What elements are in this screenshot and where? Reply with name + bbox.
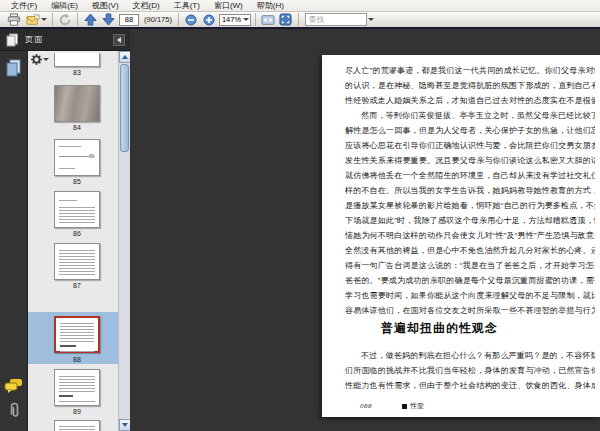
text-line: 然而，等到你们英俊挺拔、亭亭玉立之时，虽然父母亲已经比较了: [345, 108, 595, 123]
navigation-strip: [0, 51, 28, 431]
thumbnail-page-89[interactable]: [54, 369, 100, 406]
arrow-down-icon: [102, 13, 115, 26]
thumbnail-page-88-selected[interactable]: [54, 316, 100, 353]
menu-edit[interactable]: 编辑(E): [44, 0, 85, 12]
pages-tab-icon[interactable]: [5, 59, 22, 77]
text-line: 下场就是如此”时，我除了感叹这个母亲用心十足，方法却糟糕透顶，懊: [345, 213, 595, 228]
text-line: 样的不自在。所以当我的女学生告诉我，她妈妈教导她性教育的方式，就: [345, 183, 595, 198]
footer-square-icon: [402, 404, 407, 409]
text-line: 性能力也有性需求，但由于整个社会结构的变迁、饮食的西化、身体成熟的: [345, 378, 595, 393]
text-line: 爸爸的。”要成为成功的亲职的确是每个父母最沉重而甜蜜的功课，需要: [345, 273, 595, 288]
thumbnail-scrollbar[interactable]: [118, 51, 130, 431]
thumbnail-label: 89: [31, 408, 123, 415]
zoom-in-button[interactable]: [200, 12, 218, 27]
zoom-level-select[interactable]: 147%: [219, 14, 251, 26]
toolbar-separator: [178, 13, 179, 26]
document-pane[interactable]: 尽人亡”的荒谬事迹，都是我们这一代共同的成长记忆。你们父母亲对性 的认识，是在神…: [130, 29, 600, 431]
fit-width-button[interactable]: [259, 12, 277, 27]
body-paragraphs: 尽人亡”的荒谬事迹，都是我们这一代共同的成长记忆。你们父母亲对性 的认识，是在神…: [345, 63, 595, 318]
previous-view-button[interactable]: [56, 12, 74, 27]
email-icon: [26, 14, 40, 26]
content-area: 页面: [0, 29, 600, 431]
zoom-out-icon: [185, 14, 197, 26]
text-line: 得有一句广告台词是这么说的：“我是在当了爸爸之后，才开始学习怎么当: [345, 258, 595, 273]
thumbnail-label: 88: [31, 356, 123, 363]
gear-icon: [31, 54, 42, 65]
next-page-button[interactable]: [99, 12, 117, 27]
sidebar-header: 页面: [0, 29, 130, 51]
thumbnail-label: 86: [31, 230, 123, 237]
menu-bar: 文件(F) 编辑(E) 视图(V) 文档(D) 工具(T) 窗口(W) 帮助(H…: [0, 0, 600, 12]
menu-help[interactable]: 帮助(H): [250, 0, 291, 12]
toolbar-separator: [77, 13, 78, 26]
scroll-up-icon: [122, 55, 128, 59]
scroll-down-icon: [122, 423, 128, 427]
text-line: 就仿佛将他丢在一个全然陌生的环境里，自己却从来没有学过社交礼仪那: [345, 168, 595, 183]
text-line: 学习也需要时间，如果你能从这个向度来理解父母的不足与限制，就比较: [345, 288, 595, 303]
second-section-paragraph: 不过，做爸妈的到底在担心什么？有那么严重吗？是的，不容怀疑！你 们所面临的挑战并…: [345, 348, 595, 393]
thumbnail-label: 85: [31, 178, 123, 185]
fit-width-icon: [261, 14, 275, 26]
toolbar-separator: [298, 13, 299, 26]
text-line: 的认识，是在神秘、隐晦甚至是觉得肮脏的氛围下形成的，直到自己有了: [345, 78, 595, 93]
footer-section-label: 性爱: [410, 401, 424, 411]
collapse-arrow-icon: [117, 37, 121, 43]
thumbnail-page-85[interactable]: [54, 139, 100, 176]
page-footer: 088 性爱: [360, 401, 424, 411]
print-button[interactable]: [5, 12, 23, 27]
footer-page-number: 088: [360, 402, 372, 410]
email-button[interactable]: [23, 12, 49, 27]
previous-view-icon: [58, 13, 72, 26]
page-number-input[interactable]: [119, 14, 139, 26]
thumbnail-label: 84: [31, 124, 123, 131]
text-line: 性经验或走人婚姻关系之后，才知道自己过去对性的态度实在不是很健康。: [345, 93, 595, 108]
text-line: 应该将心思花在引导你们正确地认识性与爱，会比阻拦你们交男女朋友或: [345, 138, 595, 153]
panel-options-button[interactable]: [31, 54, 49, 65]
printer-icon: [7, 13, 21, 26]
section-heading: 普遍却扭曲的性观念: [381, 320, 498, 337]
full-screen-button[interactable]: [277, 12, 295, 27]
thumbnail-label: 83: [31, 69, 123, 76]
email-dropdown-caret: [41, 18, 47, 21]
attachments-tab-icon[interactable]: [8, 402, 21, 419]
find-input[interactable]: [305, 13, 367, 26]
pages-panel-icon: [6, 33, 19, 47]
panel-options-caret: [43, 58, 49, 61]
menu-window[interactable]: 窗口(W): [207, 0, 250, 12]
find-dropdown-caret[interactable]: [368, 18, 374, 21]
text-line: 恼她为何不明白这样的动作只会使女儿对“性”及“男性”产生恐惧与敌意外，: [345, 228, 595, 243]
text-line: 发生性关系来得要重要。况且要父母亲与你们谈论这么私密又大胆的话题，: [345, 153, 595, 168]
zoom-level-value: 147%: [222, 15, 241, 24]
text-line: 尽人亡”的荒谬事迹，都是我们这一代共同的成长记忆。你们父母亲对性: [345, 63, 595, 78]
toolbar: (90/175) 147%: [0, 12, 600, 29]
full-screen-icon: [279, 13, 292, 26]
text-line: 全然没有其他的裨益，但是心中不免也油然升起几分对家长的心疼。还记: [345, 243, 595, 258]
previous-page-button[interactable]: [81, 12, 99, 27]
document-page: 尽人亡”的荒谬事迹，都是我们这一代共同的成长记忆。你们父母亲对性 的认识，是在神…: [322, 55, 600, 417]
thumbnail-page-90[interactable]: [54, 420, 100, 431]
text-line: 容易体谅他们，在面对各位交友之时所采取一些不甚理智的举措与行为。: [345, 303, 595, 318]
zoom-dropdown-caret: [243, 18, 249, 21]
zoom-out-button[interactable]: [182, 12, 200, 27]
menu-view[interactable]: 视图(V): [85, 0, 126, 12]
thumbnail-label: 87: [31, 282, 123, 289]
zoom-in-icon: [203, 14, 215, 26]
menu-file[interactable]: 文件(F): [4, 0, 44, 12]
page-thumbnails-panel: 83 84 85 86 87 88: [28, 51, 130, 431]
page-count-label: (90/175): [144, 15, 172, 24]
toolbar-separator: [52, 13, 53, 26]
thumbnail-page-86[interactable]: [54, 191, 100, 228]
text-line: 们所面临的挑战并不比我们当年轻松，身体的发育与冲动，已然宣告你具备: [345, 363, 595, 378]
toolbar-separator: [255, 13, 256, 26]
scrollbar-thumb[interactable]: [120, 64, 129, 152]
thumbnail-page-87[interactable]: [54, 243, 100, 280]
arrow-up-icon: [84, 13, 97, 26]
pages-panel-title: 页面: [25, 34, 43, 45]
thumbnail-page-83[interactable]: [54, 53, 100, 67]
collapse-panel-button[interactable]: [113, 34, 125, 46]
text-line: 解性是怎么一回事，但是为人父母者，关心保护子女的焦急，让他们忘了: [345, 123, 595, 138]
menu-document[interactable]: 文档(D): [126, 0, 167, 12]
thumbnail-page-84[interactable]: [54, 85, 100, 122]
menu-tools[interactable]: 工具(T): [167, 0, 207, 12]
comments-tab-icon[interactable]: [4, 378, 23, 393]
